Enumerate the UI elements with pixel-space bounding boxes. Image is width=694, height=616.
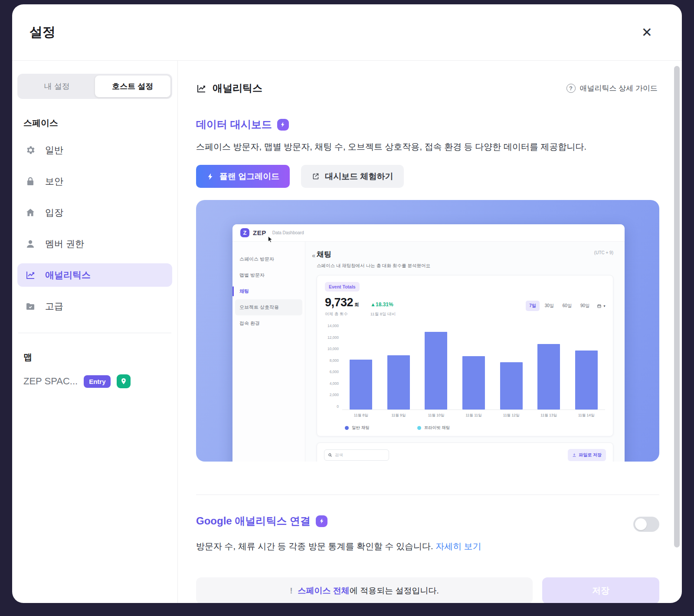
google-section-title: Google 애널리틱스 연결 xyxy=(196,514,311,528)
sidebar: 내 설정 호스트 설정 스페이스 일반보안입장멤버 권한애널리틱스고급 맵 ZE… xyxy=(12,61,178,603)
event-totals-badge: Event Totals xyxy=(325,282,360,292)
x-tick-label: 11월 13일 xyxy=(530,413,568,418)
sidebar-item-person[interactable]: 멤버 권한 xyxy=(17,232,172,256)
sidebar-item-label: 애널리틱스 xyxy=(45,269,91,281)
plan-upgrade-button[interactable]: 플랜 업그레이드 xyxy=(196,165,290,188)
entry-badge: Entry xyxy=(84,375,111,388)
x-tick-label: 11월 14일 xyxy=(567,413,605,418)
legend-dot-icon xyxy=(345,426,349,430)
x-tick-label: 11월 9일 xyxy=(380,413,418,418)
chart-bar[interactable] xyxy=(537,344,560,410)
x-tick-label: 11월 11일 xyxy=(455,413,493,418)
folder-icon xyxy=(25,301,36,311)
chart-bar[interactable] xyxy=(350,360,372,410)
chart-legend: 일반 채팅프라이빗 채팅 xyxy=(325,425,605,431)
preview-sidebar: « 스페이스 방문자맵별 방문자채팅오브젝트 상호작용접속 환경 xyxy=(232,242,305,462)
modal-title: 설정 xyxy=(29,23,56,41)
y-tick-label: 12,000 xyxy=(325,335,339,340)
zep-brand: ZEP xyxy=(253,229,266,236)
x-tick-label: 11월 8일 xyxy=(342,413,380,418)
analytics-icon xyxy=(196,83,206,94)
tab-my-settings[interactable]: 내 설정 xyxy=(19,75,95,97)
delta-caption: 11월 8일 대비 xyxy=(370,311,396,317)
preview-nav-item[interactable]: 채팅 xyxy=(232,283,305,299)
premium-bolt-icon xyxy=(316,515,327,527)
chart-bar[interactable] xyxy=(575,351,598,410)
y-tick-label: 0 xyxy=(325,404,339,409)
calendar-icon xyxy=(597,304,602,308)
home-icon xyxy=(25,207,36,218)
bar-column xyxy=(567,351,605,410)
mouse-cursor-icon xyxy=(266,236,274,243)
zep-logo-icon: Z xyxy=(240,228,249,237)
chart-bar[interactable] xyxy=(500,362,523,410)
preview-page-title: 채팅 xyxy=(317,249,331,259)
google-analytics-toggle[interactable] xyxy=(633,517,659,532)
x-tick-label: 11월 10일 xyxy=(417,413,455,418)
timezone-label: (UTC + 9) xyxy=(594,250,613,255)
preview-nav-item[interactable]: 접속 환경 xyxy=(232,315,305,331)
try-label: 대시보드 체험하기 xyxy=(325,171,393,182)
notice-box: ! 스페이스 전체에 적용되는 설정입니다. xyxy=(196,577,533,603)
date-range-buttons: 7일30일60일90일▼ xyxy=(526,301,606,311)
map-row[interactable]: ZEP SPAC... Entry xyxy=(23,374,166,388)
range-button[interactable]: 7일 xyxy=(526,301,540,311)
dashboard-try-button[interactable]: 대시보드 체험하기 xyxy=(301,165,403,188)
bar-column xyxy=(492,362,530,410)
preview-nav-item[interactable]: 스페이스 방문자 xyxy=(232,251,305,267)
close-icon[interactable]: ✕ xyxy=(642,26,652,39)
chart-bar[interactable] xyxy=(425,332,447,410)
modal-header: 설정 ✕ xyxy=(12,4,682,61)
bolt-icon xyxy=(206,173,214,180)
legend-label: 프라이빗 채팅 xyxy=(424,425,450,431)
delta-badge: ▲18.31% xyxy=(370,301,393,309)
preview-subtitle: 스페이스 내 채팅창에서 나는 총 대화 횟수를 분석했어요 xyxy=(317,263,613,269)
scrollbar[interactable] xyxy=(674,66,680,547)
total-unit: 회 xyxy=(354,302,359,307)
guide-label: 애널리틱스 상세 가이드 xyxy=(580,83,658,93)
tab-host-settings[interactable]: 호스트 설정 xyxy=(95,75,171,97)
sidebar-item-lock[interactable]: 보안 xyxy=(17,170,172,193)
legend-dot-icon xyxy=(417,426,421,430)
file-save-button[interactable]: 파일로 저장 xyxy=(568,449,606,461)
space-wide-link[interactable]: 스페이스 전체 xyxy=(298,586,350,595)
range-button[interactable]: 90일 xyxy=(577,301,593,311)
bar-column xyxy=(417,332,455,410)
preview-search-input[interactable]: 검색 xyxy=(324,449,389,461)
y-tick-label: 4,000 xyxy=(325,381,339,386)
range-button[interactable]: 60일 xyxy=(559,301,575,311)
section-divider xyxy=(196,495,659,495)
chart-bar[interactable] xyxy=(462,356,485,410)
download-icon xyxy=(572,453,576,457)
see-more-link[interactable]: 자세히 보기 xyxy=(435,541,481,551)
chart-bar[interactable] xyxy=(387,355,410,410)
search-placeholder: 검색 xyxy=(335,452,343,458)
space-menu: 일반보안입장멤버 권한애널리틱스고급 xyxy=(17,138,172,318)
settings-tab-switch: 내 설정 호스트 설정 xyxy=(17,74,172,99)
preview-nav-item[interactable]: 오브젝트 상호작용 xyxy=(235,299,302,315)
bar-chart: 14,00012,00010,0008,0006,0004,0002,0000 … xyxy=(325,325,605,418)
legend-label: 일반 채팅 xyxy=(352,425,370,431)
sidebar-item-folder[interactable]: 고급 xyxy=(17,295,172,318)
map-section-label: 맵 xyxy=(23,351,166,363)
preview-nav-item[interactable]: 맵별 방문자 xyxy=(232,267,305,283)
gear-icon xyxy=(25,145,36,155)
sidebar-item-analytics[interactable]: 애널리틱스 xyxy=(17,263,172,287)
y-tick-label: 14,000 xyxy=(325,324,339,328)
chart-plot xyxy=(342,325,605,410)
save-button[interactable]: 저장 xyxy=(542,577,659,603)
legend-item: 프라이빗 채팅 xyxy=(417,425,450,431)
sidebar-item-home[interactable]: 입장 xyxy=(17,201,172,224)
upgrade-label: 플랜 업그레이드 xyxy=(219,171,279,182)
sidebar-item-label: 보안 xyxy=(45,175,63,187)
chart-y-axis: 14,00012,00010,0008,0006,0004,0002,0000 xyxy=(325,325,342,410)
y-tick-label: 6,000 xyxy=(325,370,339,374)
map-pin-icon xyxy=(117,374,131,388)
google-description: 방문자 수, 체류 시간 등 각종 방문 통계를 확인할 수 있습니다. xyxy=(196,541,433,551)
sidebar-item-gear[interactable]: 일반 xyxy=(17,138,172,162)
exclamation-icon: ! xyxy=(290,586,292,596)
analytics-guide-link[interactable]: ? 애널리틱스 상세 가이드 xyxy=(566,83,658,93)
calendar-button[interactable]: ▼ xyxy=(597,304,606,308)
dashboard-preview-banner: Z ZEP Data Dashboard « 스페이스 방문자맵별 방문자채팅오… xyxy=(196,200,659,462)
range-button[interactable]: 30일 xyxy=(541,301,557,311)
